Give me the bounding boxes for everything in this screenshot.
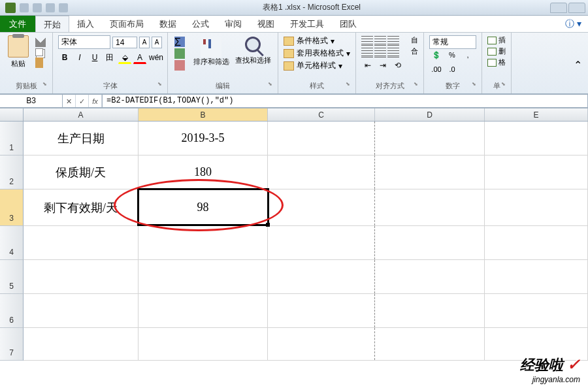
cell-d3[interactable]: [375, 189, 485, 225]
cell-a3[interactable]: 剩下有效期/天: [24, 189, 139, 225]
cell-a2[interactable]: 保质期/天: [24, 155, 139, 189]
col-header-e[interactable]: E: [485, 108, 588, 121]
cell-b1[interactable]: 2019-3-5: [139, 122, 268, 155]
cell-e6[interactable]: [485, 294, 588, 327]
cell-b2[interactable]: 180: [139, 155, 268, 189]
cell-styles-button[interactable]: 单元格样式 ▾: [284, 60, 350, 71]
col-header-c[interactable]: C: [268, 108, 375, 121]
cell-d7[interactable]: [375, 328, 485, 360]
wrap-text-button[interactable]: 自: [411, 35, 418, 45]
row-header-6[interactable]: 6: [0, 294, 24, 328]
tab-file[interactable]: 文件: [0, 16, 35, 32]
accept-formula-icon[interactable]: ✓: [76, 95, 89, 107]
format-painter-icon[interactable]: [35, 57, 43, 68]
cell-d6[interactable]: [375, 294, 485, 327]
select-all-corner[interactable]: [0, 108, 24, 121]
excel-icon[interactable]: [5, 3, 16, 13]
indent-decrease-button[interactable]: ⇤: [361, 59, 374, 72]
cell-a5[interactable]: [24, 260, 139, 293]
currency-button[interactable]: 💲: [429, 50, 444, 63]
phonetic-button[interactable]: wén: [148, 51, 161, 64]
orientation-button[interactable]: ⟲: [391, 59, 404, 72]
cell-b3[interactable]: 98: [139, 189, 268, 225]
cells-grid[interactable]: 生产日期 2019-3-5 保质期/天 180 剩下有效期/天 98: [24, 122, 588, 361]
maximize-button[interactable]: [568, 3, 585, 13]
align-right-button[interactable]: [387, 47, 399, 57]
cell-a4[interactable]: [24, 226, 139, 259]
cell-c1[interactable]: [268, 122, 375, 155]
redo-icon[interactable]: [46, 3, 55, 12]
cell-d4[interactable]: [375, 226, 485, 259]
autosum-icon[interactable]: Σ: [174, 37, 185, 47]
sort-filter-button[interactable]: 排序和筛选: [191, 35, 231, 80]
cell-c5[interactable]: [268, 260, 375, 293]
align-center-button[interactable]: [374, 47, 386, 57]
cell-c6[interactable]: [268, 294, 375, 327]
fill-icon[interactable]: [174, 48, 185, 59]
cell-e2[interactable]: [485, 155, 588, 189]
row-header-4[interactable]: 4: [0, 226, 24, 260]
comma-button[interactable]: ,: [461, 50, 475, 63]
align-top-button[interactable]: [361, 35, 373, 46]
cell-c7[interactable]: [268, 328, 375, 360]
fill-color-button[interactable]: ⬙: [118, 51, 131, 64]
font-color-button[interactable]: A: [133, 51, 146, 64]
delete-cells-button[interactable]: 删: [487, 46, 506, 56]
align-middle-button[interactable]: [374, 35, 386, 46]
decrease-font-icon[interactable]: A: [152, 37, 162, 48]
qat-more-icon[interactable]: [59, 3, 68, 12]
underline-button[interactable]: U: [88, 51, 101, 64]
col-header-a[interactable]: A: [24, 108, 139, 121]
conditional-format-button[interactable]: 条件格式 ▾: [284, 35, 350, 46]
cell-a1[interactable]: 生产日期: [24, 122, 139, 155]
cell-c2[interactable]: [268, 155, 375, 189]
name-box[interactable]: B3: [0, 94, 63, 108]
tab-insert[interactable]: 插入: [69, 16, 102, 32]
cell-a6[interactable]: [24, 294, 139, 327]
border-button[interactable]: 田: [103, 51, 116, 64]
undo-icon[interactable]: [33, 3, 42, 12]
percent-button[interactable]: %: [445, 50, 459, 63]
tab-data[interactable]: 数据: [152, 16, 184, 32]
insert-cells-button[interactable]: 插: [487, 35, 506, 45]
cell-d1[interactable]: [375, 122, 485, 155]
tab-layout[interactable]: 页面布局: [102, 16, 152, 32]
col-header-d[interactable]: D: [375, 108, 485, 121]
row-header-2[interactable]: 2: [0, 155, 24, 189]
cancel-formula-icon[interactable]: ✕: [63, 95, 76, 107]
tab-view[interactable]: 视图: [250, 16, 282, 32]
paste-button[interactable]: 粘贴: [5, 35, 31, 80]
align-bottom-button[interactable]: [387, 35, 399, 46]
cell-c4[interactable]: [268, 226, 375, 259]
format-cells-button[interactable]: 格: [487, 57, 506, 67]
tab-team[interactable]: 团队: [332, 16, 365, 32]
row-header-3[interactable]: 3: [0, 189, 24, 226]
cut-icon[interactable]: [35, 37, 46, 47]
cell-b6[interactable]: [139, 294, 268, 327]
fx-icon[interactable]: fx: [89, 95, 102, 107]
cell-b5[interactable]: [139, 260, 268, 293]
cell-b4[interactable]: [139, 226, 268, 259]
cell-d2[interactable]: [375, 155, 485, 189]
find-select-button[interactable]: 查找和选择: [233, 35, 272, 80]
font-name-select[interactable]: 宋体: [58, 35, 110, 49]
col-header-b[interactable]: B: [139, 108, 268, 121]
number-format-select[interactable]: 常规: [429, 35, 476, 49]
tab-formulas[interactable]: 公式: [184, 16, 217, 32]
tab-review[interactable]: 审阅: [217, 16, 250, 32]
cell-a7[interactable]: [24, 328, 139, 360]
row-header-7[interactable]: 7: [0, 328, 24, 361]
tab-home[interactable]: 开始: [35, 16, 69, 32]
cell-e4[interactable]: [485, 226, 588, 259]
help-icon[interactable]: ⓘ ▾: [559, 16, 588, 32]
minimize-button[interactable]: [550, 3, 567, 13]
formula-input[interactable]: =B2-DATEDIF(B1,TODAY(),"d"): [103, 94, 588, 108]
table-format-button[interactable]: 套用表格格式 ▾: [284, 48, 350, 59]
cell-e5[interactable]: [485, 260, 588, 293]
clear-icon[interactable]: [174, 60, 185, 71]
italic-button[interactable]: I: [73, 51, 86, 64]
increase-decimal-button[interactable]: .00: [429, 65, 444, 78]
copy-icon[interactable]: [35, 48, 43, 56]
decrease-decimal-button[interactable]: .0: [445, 65, 459, 78]
indent-increase-button[interactable]: ⇥: [376, 59, 389, 72]
